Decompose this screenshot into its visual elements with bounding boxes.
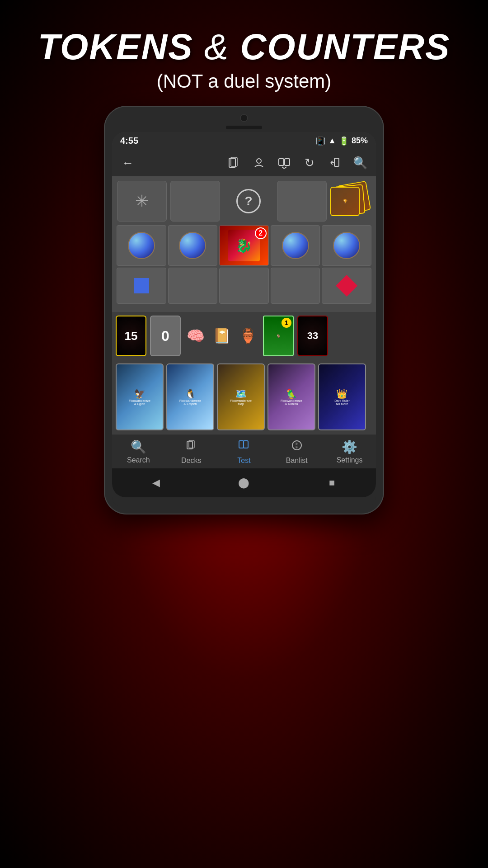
blue-orb-card-5: [333, 232, 360, 259]
decks-nav-label: Decks: [181, 457, 201, 465]
game-area: ✳ ? 🏆 🏆 🏆: [112, 176, 376, 312]
svg-point-2: [257, 159, 261, 163]
life-points-card[interactable]: 15: [116, 316, 146, 356]
hand-card-2[interactable]: 🐧 Floowandereze& Empen: [166, 363, 214, 430]
blue-orb-card-2: [179, 232, 206, 259]
battery-percent: 85%: [352, 136, 368, 146]
nav-item-settings[interactable]: ⚙️ Settings: [323, 439, 376, 464]
extra-zone-1[interactable]: [170, 181, 220, 222]
monster-zone-row: 🐉 2: [117, 225, 371, 266]
nav-item-search[interactable]: 🔍 Search: [112, 439, 165, 464]
hand-card-1-art: 🦅 Floowandereze& Eglen: [117, 364, 163, 429]
hand-card-4[interactable]: 🦜 Floowandereze& Robina: [267, 363, 315, 430]
monster-zone-3[interactable]: 🐉 2: [219, 225, 269, 266]
monster-zone-1[interactable]: [117, 225, 166, 266]
status-bar: 4:55 📳 ▲ 🔋 85%: [112, 132, 376, 150]
hand-card-2-art: 🐧 Floowandereze& Empen: [167, 364, 213, 429]
monster-card-4: [271, 226, 320, 265]
search-button[interactable]: 🔍: [352, 154, 369, 171]
refresh-button[interactable]: ↻: [301, 154, 318, 171]
blue-orb-card-4: [282, 232, 309, 259]
nav-item-decks[interactable]: Decks: [165, 439, 218, 465]
title-and: &: [204, 27, 229, 67]
monster-card-2: [169, 226, 217, 265]
status-right: 📳 ▲ 🔋 85%: [315, 136, 368, 146]
monster-zone-2[interactable]: [168, 225, 218, 266]
search-nav-icon: 🔍: [131, 439, 146, 454]
settings-nav-icon: ⚙️: [342, 439, 357, 454]
back-button[interactable]: ←: [119, 154, 136, 171]
spell-zone-2[interactable]: [168, 268, 218, 304]
svg-rect-8: [239, 441, 244, 448]
banlist-nav-icon: ① ②: [291, 439, 303, 455]
spell-zone-4[interactable]: [271, 268, 320, 304]
spell-zone-5[interactable]: [322, 268, 371, 304]
hand-card-5-art: 👑 Dark RulerNo More: [319, 364, 365, 429]
svg-rect-4: [285, 159, 290, 165]
spell-zone-3[interactable]: [219, 268, 269, 304]
phone-bottom-bar: [112, 497, 376, 506]
promo-subtitle: (NOT a duel system): [38, 71, 450, 92]
field-spell-zone[interactable]: ✳: [117, 181, 167, 222]
flip-cards-button[interactable]: [276, 154, 293, 171]
hand-card-5[interactable]: 👑 Dark RulerNo More: [318, 363, 366, 430]
hand-card-3[interactable]: 🗺️ FloowanderezeMap: [217, 363, 265, 430]
hand-card-4-art: 🦜 Floowandereze& Robina: [268, 364, 314, 429]
title-counters: COUNTERS: [240, 27, 450, 67]
player-area: 15 0 🧠 📔 🏺 🐐 1 33: [112, 312, 376, 360]
counter-badge: 2: [255, 227, 267, 239]
deck-count-value: 33: [307, 330, 318, 342]
promo-title: TOKENS & COUNTERS: [38, 27, 450, 67]
blue-diamond-icon: [126, 270, 157, 301]
decks-nav-icon: [185, 439, 197, 455]
phone-camera: [240, 114, 248, 122]
vibrate-icon: 📳: [315, 136, 325, 146]
phone-screen: 4:55 📳 ▲ 🔋 85% ←: [112, 132, 376, 497]
system-nav: ◀ ⬤ ■: [112, 468, 376, 497]
hand-card-1[interactable]: 🦅 Floowandereze& Eglen: [116, 363, 164, 430]
extra-zone-2[interactable]: [277, 181, 327, 222]
nav-item-banlist[interactable]: ① ② Banlist: [270, 439, 323, 465]
home-system-button[interactable]: ⬤: [235, 474, 253, 492]
toolbar: ← ↻: [112, 150, 376, 176]
scapegoat-art: 🐐: [275, 333, 282, 339]
settings-nav-label: Settings: [337, 456, 363, 464]
monster-zone-5[interactable]: [322, 225, 371, 266]
battery-icon: 🔋: [339, 136, 349, 146]
compass-icon: ✳: [135, 192, 149, 211]
svg-rect-0: [229, 158, 235, 167]
spell-zone-1[interactable]: [117, 268, 166, 304]
dragon-card: 🐉 2: [220, 226, 268, 265]
svg-text:①: ①: [295, 442, 298, 445]
question-zone[interactable]: ?: [224, 181, 273, 222]
brain-icon: 🧠: [184, 325, 207, 347]
top-field-row: ✳ ? 🏆 🏆 🏆: [117, 181, 371, 222]
back-system-button[interactable]: ◀: [147, 474, 165, 492]
bottom-nav: 🔍 Search Decks: [112, 434, 376, 468]
profile-button[interactable]: [250, 154, 267, 171]
return-to-hand-button[interactable]: [326, 154, 343, 171]
nav-item-test[interactable]: Test: [218, 439, 271, 465]
svg-rect-9: [244, 441, 248, 448]
phone-speaker: [226, 126, 262, 129]
title-tokens: TOKENS: [38, 27, 193, 67]
phone-top-bar: [112, 114, 376, 122]
lp-value: 15: [125, 329, 138, 343]
wifi-icon: ▲: [328, 136, 336, 146]
token-stack[interactable]: 🏆 🏆 🏆: [330, 183, 371, 219]
recents-system-button[interactable]: ■: [323, 474, 341, 492]
svg-rect-5: [334, 158, 339, 166]
pot-icon: 🏺: [237, 325, 259, 347]
monster-zone-4[interactable]: [271, 225, 320, 266]
search-nav-label: Search: [127, 456, 150, 464]
counter-card[interactable]: 0: [150, 316, 181, 356]
scapegoat-card[interactable]: 🐐 1: [263, 316, 294, 356]
deck-button[interactable]: [225, 154, 242, 171]
deck-count-card[interactable]: 33: [297, 316, 328, 356]
book-icon: 📔: [211, 325, 233, 347]
phone-frame: 4:55 📳 ▲ 🔋 85% ←: [104, 106, 384, 514]
monster-card-5: [322, 226, 371, 265]
status-time: 4:55: [120, 136, 138, 146]
hand-card-3-art: 🗺️ FloowanderezeMap: [218, 364, 264, 429]
token-card-1: 🏆: [330, 187, 360, 216]
